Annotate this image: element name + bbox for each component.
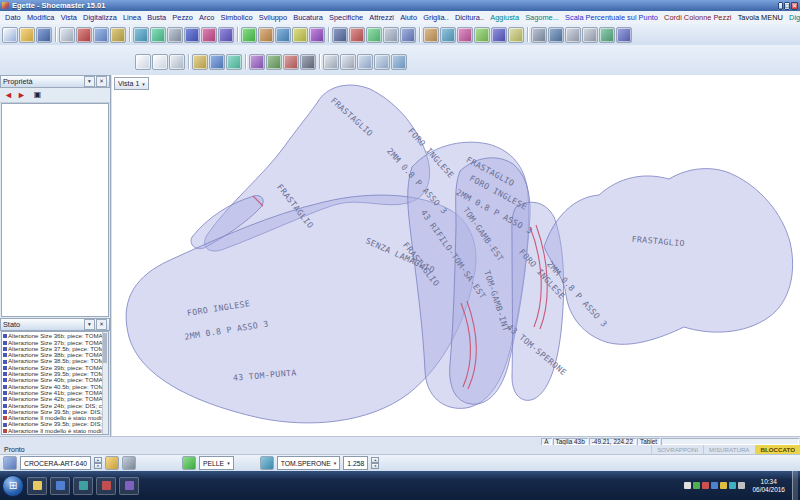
panel-pin-icon[interactable]: ▾ — [84, 319, 95, 330]
panel-pin-icon[interactable]: ▾ — [84, 76, 95, 87]
menu-item-digitalizza[interactable]: Digitalizza — [80, 13, 120, 22]
menu-item-aiuto[interactable]: Aiuto — [397, 13, 420, 22]
help-icon[interactable] — [616, 27, 632, 43]
flag-misuratura[interactable]: MISURATURA — [703, 445, 754, 454]
redo-icon[interactable] — [150, 27, 166, 43]
refresh-icon[interactable] — [599, 27, 615, 43]
flag-sovrapponi[interactable]: SOVRAPPONI — [651, 445, 703, 454]
snap-icon[interactable] — [249, 54, 265, 70]
flag-bloccato[interactable]: BLOCCATO — [755, 445, 800, 454]
menu-item-simbolico[interactable]: Simbolico — [217, 13, 255, 22]
menu-item-vista[interactable]: Vista — [58, 13, 80, 22]
circle-icon[interactable] — [218, 27, 234, 43]
frame-icon[interactable] — [169, 54, 185, 70]
copy-icon[interactable] — [93, 27, 109, 43]
cad-drawing[interactable]: FRASTAGLIOFRASTAGLIOFORO INGLESE2MM 0.8 … — [112, 75, 800, 436]
taskbar-app-icon-3[interactable] — [96, 477, 116, 495]
grid-icon[interactable] — [167, 27, 183, 43]
show-desktop-button[interactable] — [792, 471, 798, 500]
compass-icon[interactable] — [209, 54, 225, 70]
start-button[interactable]: ⊞ — [2, 475, 24, 497]
drawing-canvas[interactable]: Vista 1 ▾ FRASTAGLIOFRASTAGLIOFORO INGLE… — [112, 75, 800, 436]
menu-item-linea[interactable]: Linea — [120, 13, 144, 22]
piece-icon[interactable] — [332, 27, 348, 43]
scale-stepper[interactable]: ▴ ▾ — [371, 457, 379, 469]
guide-icon[interactable] — [283, 54, 299, 70]
seam-icon[interactable] — [349, 27, 365, 43]
material-combo[interactable]: PELLE ▾ — [199, 456, 234, 470]
layers-icon[interactable] — [400, 27, 416, 43]
menu-item-attrezzi[interactable]: Attrezzi — [366, 13, 397, 22]
menu-item-busta[interactable]: Busta — [144, 13, 169, 22]
status-line[interactable]: Alterazione Il modello è stato modificat… — [3, 428, 102, 434]
panel-close-icon[interactable]: ✕ — [96, 319, 107, 330]
spin-down-icon[interactable]: ▾ — [371, 463, 379, 469]
minimize-button[interactable]: _ — [778, 2, 783, 10]
rotate-icon[interactable] — [258, 27, 274, 43]
tray-status-icon-0[interactable] — [684, 482, 691, 489]
scrollbar[interactable] — [102, 332, 108, 434]
zoom-in-icon[interactable] — [565, 27, 581, 43]
ruler-icon[interactable] — [192, 54, 208, 70]
taskbar-app-icon-4[interactable] — [119, 477, 139, 495]
line-icon[interactable] — [184, 27, 200, 43]
forward-arrow-icon[interactable]: ► — [17, 91, 26, 100]
menu-item-sviluppo[interactable]: Sviluppo — [256, 13, 291, 22]
close-button[interactable]: ✕ — [791, 2, 798, 10]
zoom-out-icon[interactable] — [582, 27, 598, 43]
visibility-icon[interactable]: ▣ — [34, 91, 42, 99]
mirror-icon[interactable] — [241, 27, 257, 43]
paste-icon[interactable] — [110, 27, 126, 43]
piece-sperone[interactable] — [544, 169, 793, 345]
taskbar-app-icon-1[interactable] — [50, 477, 70, 495]
model-combo[interactable]: CROCERA-ART-640 — [20, 456, 91, 470]
scale-field[interactable]: 1.258 — [343, 456, 368, 470]
piece-select-icon[interactable] — [260, 456, 274, 470]
magnify-icon[interactable] — [340, 54, 356, 70]
punch-icon[interactable] — [366, 27, 382, 43]
model-list-icon[interactable] — [3, 456, 17, 470]
menu-item-sagome-[interactable]: Sagome... — [522, 13, 562, 22]
taskbar-clock[interactable]: 10:34 06/04/2016 — [752, 478, 785, 493]
trim-icon[interactable] — [457, 27, 473, 43]
tray-status-icon-4[interactable] — [720, 482, 727, 489]
sheet-icon[interactable] — [135, 54, 151, 70]
menu-item-pezzo[interactable]: Pezzo — [169, 13, 196, 22]
folder-icon[interactable] — [105, 456, 119, 470]
zoom-window-icon[interactable] — [357, 54, 373, 70]
redraw-icon[interactable] — [391, 54, 407, 70]
scale-icon[interactable] — [275, 27, 291, 43]
panel-close-icon[interactable]: ✕ — [96, 76, 107, 87]
protractor-icon[interactable] — [226, 54, 242, 70]
menu-item-specifiche[interactable]: Specifiche — [326, 13, 366, 22]
undo-icon[interactable] — [133, 27, 149, 43]
taskbar-app-icon-2[interactable] — [73, 477, 93, 495]
sheet2-icon[interactable] — [152, 54, 168, 70]
menu-item-bucatura[interactable]: Bucatura — [290, 13, 326, 22]
anchor-icon[interactable] — [300, 54, 316, 70]
pan-icon[interactable] — [548, 27, 564, 43]
scrollbar-thumb[interactable] — [103, 333, 107, 363]
cut-icon[interactable] — [76, 27, 92, 43]
menu-item-digitalizza[interactable]: Digitalizza — [786, 13, 800, 22]
text-icon[interactable] — [383, 27, 399, 43]
notch-icon[interactable] — [309, 27, 325, 43]
piece-combo[interactable]: TOM.SPERONE ▾ — [277, 456, 341, 470]
new-icon[interactable] — [2, 27, 18, 43]
ortho-icon[interactable] — [266, 54, 282, 70]
split-icon[interactable] — [491, 27, 507, 43]
align-icon[interactable] — [423, 27, 439, 43]
view-selector[interactable]: Vista 1 ▾ — [114, 77, 149, 90]
tray-status-icon-1[interactable] — [693, 482, 700, 489]
material-icon[interactable] — [182, 456, 196, 470]
pointer-icon[interactable] — [323, 54, 339, 70]
back-arrow-icon[interactable]: ◄ — [4, 91, 13, 100]
point-icon[interactable] — [508, 27, 524, 43]
spin-down-icon[interactable]: ▾ — [94, 463, 102, 469]
menu-item-dicitura-[interactable]: Dicitura.. — [452, 13, 487, 22]
menu-item-tavola-menu[interactable]: Tavola MENU — [735, 13, 786, 22]
tray-status-icon-3[interactable] — [711, 482, 718, 489]
tray-status-icon-6[interactable] — [738, 482, 745, 489]
tray-status-icon-5[interactable] — [729, 482, 736, 489]
select-icon[interactable] — [531, 27, 547, 43]
